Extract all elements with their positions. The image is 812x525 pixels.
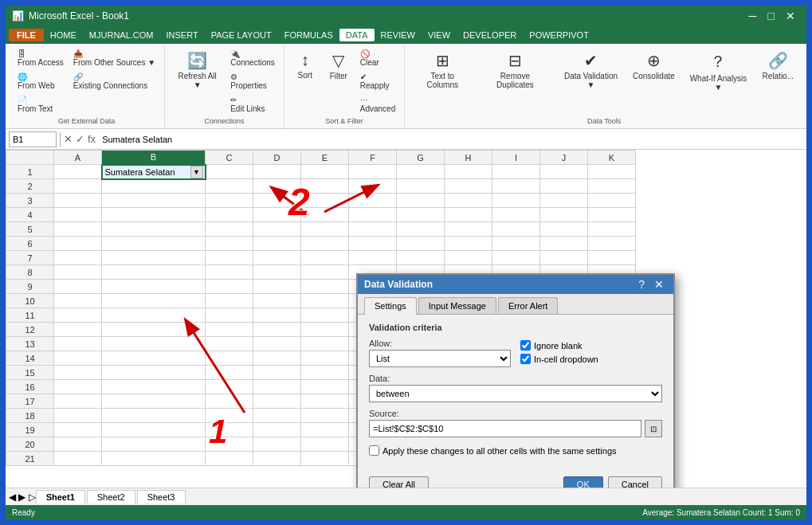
cell-g2[interactable] <box>397 179 445 194</box>
cell-c3[interactable] <box>206 194 253 208</box>
cell-e5[interactable] <box>301 222 349 237</box>
data-validation-dialog[interactable]: Data Validation ? ✕ Settings Input Messa… <box>356 273 675 488</box>
cell-e2[interactable] <box>301 179 349 194</box>
from-other-sources-button[interactable]: 📥 From Other Sources ▼ <box>69 47 159 69</box>
cell-h4[interactable] <box>445 208 492 222</box>
cell-b3[interactable] <box>102 194 206 208</box>
cell-g1[interactable] <box>397 165 445 179</box>
consolidate-button[interactable]: ⊕ Consolidate <box>628 47 679 84</box>
from-text-button[interactable]: 📄 From Text <box>14 93 68 116</box>
cell-d16[interactable] <box>253 380 301 394</box>
cell-c8[interactable] <box>206 265 253 280</box>
cell-c2[interactable] <box>206 179 253 194</box>
cell-e4[interactable] <box>301 208 349 222</box>
dialog-tab-settings[interactable]: Settings <box>364 297 417 315</box>
cell-b15[interactable] <box>102 366 206 380</box>
cell-e11[interactable] <box>301 308 349 323</box>
col-header-d[interactable]: D <box>253 151 301 165</box>
menu-data[interactable]: DATA <box>339 29 375 41</box>
cell-h5[interactable] <box>445 222 492 237</box>
cell-i3[interactable] <box>492 194 540 208</box>
ok-button[interactable]: OK <box>563 476 603 488</box>
cell-e12[interactable] <box>301 323 349 337</box>
cell-e17[interactable] <box>301 394 349 409</box>
cell-f1[interactable] <box>349 165 397 179</box>
cell-j5[interactable] <box>540 222 588 237</box>
cell-e19[interactable] <box>301 423 349 437</box>
cell-b9[interactable] <box>102 280 206 294</box>
col-header-e[interactable]: E <box>301 151 349 165</box>
cell-h3[interactable] <box>445 194 492 208</box>
new-sheet-button[interactable]: ◀ ▶ ▷ <box>9 492 36 503</box>
from-web-button[interactable]: 🌐 From Web <box>14 70 68 92</box>
cell-a5[interactable] <box>54 222 102 237</box>
cell-e13[interactable] <box>301 337 349 351</box>
cell-d13[interactable] <box>253 337 301 351</box>
cell-c20[interactable] <box>206 437 253 452</box>
cell-j2[interactable] <box>540 179 588 194</box>
cell-b11[interactable] <box>102 308 206 323</box>
cell-a3[interactable] <box>54 194 102 208</box>
cell-a10[interactable] <box>54 294 102 308</box>
cell-c13[interactable] <box>206 337 253 351</box>
cell-f3[interactable] <box>349 194 397 208</box>
cell-a2[interactable] <box>54 179 102 194</box>
minimize-button[interactable]: ─ <box>744 10 762 22</box>
cell-f4[interactable] <box>349 208 397 222</box>
cell-f6[interactable] <box>349 237 397 251</box>
col-header-k[interactable]: K <box>588 151 636 165</box>
cell-e16[interactable] <box>301 380 349 394</box>
col-header-j[interactable]: J <box>540 151 588 165</box>
cell-c11[interactable] <box>206 308 253 323</box>
cell-a19[interactable] <box>54 423 102 437</box>
cell-j1[interactable] <box>540 165 588 179</box>
cell-k4[interactable] <box>588 208 636 222</box>
cell-d12[interactable] <box>253 323 301 337</box>
ignore-blank-checkbox[interactable] <box>520 340 531 351</box>
cell-c5[interactable] <box>206 222 253 237</box>
cell-j3[interactable] <box>540 194 588 208</box>
col-header-g[interactable]: G <box>397 151 445 165</box>
cell-h6[interactable] <box>445 237 492 251</box>
dialog-tab-error-alert[interactable]: Error Alert <box>498 297 559 314</box>
cell-f7[interactable] <box>349 251 397 265</box>
cell-a13[interactable] <box>54 337 102 351</box>
dialog-close-button[interactable]: ✕ <box>651 278 667 291</box>
cell-d17[interactable] <box>253 394 301 409</box>
what-if-button[interactable]: ？ What-If Analysis ▼ <box>681 47 755 96</box>
cell-b4[interactable] <box>102 208 206 222</box>
cell-a6[interactable] <box>54 237 102 251</box>
cell-d7[interactable] <box>253 251 301 265</box>
source-input[interactable] <box>369 420 641 437</box>
cell-a7[interactable] <box>54 251 102 265</box>
close-button[interactable]: ✕ <box>781 10 800 22</box>
cell-k5[interactable] <box>588 222 636 237</box>
cell-j4[interactable] <box>540 208 588 222</box>
cell-k7[interactable] <box>588 251 636 265</box>
in-cell-dropdown-checkbox[interactable] <box>520 354 531 364</box>
cell-j6[interactable] <box>540 237 588 251</box>
cell-b18[interactable] <box>102 409 206 423</box>
cell-d11[interactable] <box>253 308 301 323</box>
cell-d14[interactable] <box>253 351 301 366</box>
cell-d18[interactable] <box>253 409 301 423</box>
clear-button[interactable]: 🚫 Clear <box>356 47 399 69</box>
cell-a9[interactable] <box>54 280 102 294</box>
cell-c10[interactable] <box>206 294 253 308</box>
cell-e18[interactable] <box>301 409 349 423</box>
cell-d1[interactable] <box>253 165 301 179</box>
cell-a8[interactable] <box>54 265 102 280</box>
cell-h1[interactable] <box>445 165 492 179</box>
cell-b10[interactable] <box>102 294 206 308</box>
cell-d5[interactable] <box>253 222 301 237</box>
cell-i5[interactable] <box>492 222 540 237</box>
cell-d4[interactable] <box>253 208 301 222</box>
cell-b6[interactable] <box>102 237 206 251</box>
cell-a17[interactable] <box>54 394 102 409</box>
cell-b8[interactable] <box>102 265 206 280</box>
insert-function-icon[interactable]: fx <box>88 133 96 145</box>
cell-i6[interactable] <box>492 237 540 251</box>
clear-all-button[interactable]: Clear All <box>369 476 429 488</box>
cell-c14[interactable] <box>206 351 253 366</box>
cell-c12[interactable] <box>206 323 253 337</box>
